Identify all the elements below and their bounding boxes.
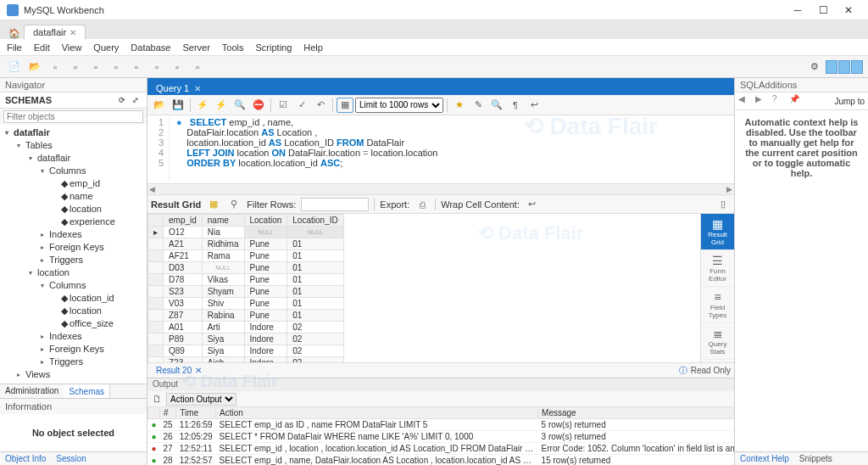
execute-current-icon[interactable]: ⚡ (213, 98, 230, 113)
toolbar-btn[interactable]: ▫ (86, 59, 105, 76)
nav-tab-administration[interactable]: Administration (0, 384, 64, 398)
side-query-stats[interactable]: ≣Query Stats (701, 323, 734, 360)
tree-columns[interactable]: Columns (41, 279, 147, 292)
output-row[interactable]: ●2612:05:29SELECT * FROM DataFlair WHERE… (148, 431, 735, 443)
back-icon[interactable]: ◀ (738, 94, 752, 108)
output-row[interactable]: ●2511:26:59SELECT emp_id as ID , name FR… (148, 419, 735, 431)
toolbar-btn[interactable]: ▫ (168, 59, 186, 76)
table-row[interactable]: ▸O12NiaNULLNULL (148, 227, 344, 238)
output-table[interactable]: #TimeActionMessageDuration / Fetch ●2511… (147, 406, 734, 465)
side-field-types[interactable]: ≡Field Types (701, 287, 734, 323)
wrap-cell-icon[interactable]: ↩ (525, 198, 540, 211)
tree-indexes[interactable]: Indexes (41, 228, 147, 241)
autocommit-icon[interactable]: ☑ (275, 98, 292, 113)
output-mode-select[interactable]: Action Output (166, 393, 236, 406)
tree-views[interactable]: Views (17, 368, 147, 381)
table-row[interactable]: V03ShivPune01 (148, 298, 344, 310)
tree-triggers[interactable]: Triggers (41, 254, 147, 266)
home-icon[interactable]: 🏠 (5, 28, 24, 39)
table-row[interactable]: A21RidhimaPune01 (148, 238, 344, 250)
limit-rows-select[interactable]: Limit to 1000 rows (355, 98, 443, 113)
tab-object-info[interactable]: Object Info (0, 452, 51, 465)
toolbar-btn[interactable]: ▫ (66, 59, 85, 76)
close-icon[interactable]: ✕ (70, 28, 76, 37)
toolbar-btn[interactable]: ▫ (147, 59, 166, 76)
grid-icon[interactable]: ▦ (206, 198, 221, 211)
schema-dataflair[interactable]: dataflair (5, 126, 147, 139)
col-emp-id[interactable]: ◆ emp_id (53, 177, 147, 190)
execute-icon[interactable]: ⚡ (194, 98, 211, 113)
result-grid[interactable]: emp_idnameLocationLocation_ID ▸O12NiaNUL… (147, 214, 700, 362)
settings-icon[interactable]: ⚙ (805, 59, 824, 76)
help-icon[interactable]: ? (772, 94, 786, 108)
save-icon[interactable]: 💾 (170, 98, 186, 113)
col-location[interactable]: ◆ location (53, 203, 147, 216)
sql-editor[interactable]: 12345 ● SELECT emp_id , name, DataFlair.… (147, 115, 734, 183)
filter-objects-input[interactable] (3, 110, 143, 123)
wrap-icon[interactable]: ↩ (526, 98, 542, 113)
expand-icon[interactable]: ⤢ (130, 94, 142, 106)
table-row[interactable]: P89SiyaIndore02 (148, 333, 344, 345)
output-row[interactable]: ●2812:52:57SELECT emp_id , name, DataFla… (148, 455, 735, 466)
export-icon[interactable]: ⎙ (415, 198, 430, 211)
col-experience[interactable]: ◆ experience (53, 216, 147, 228)
table-row[interactable]: A01ArtiIndore02 (148, 322, 344, 333)
side-result-grid[interactable]: ▦Result Grid (701, 214, 734, 250)
menu-database[interactable]: Database (131, 42, 170, 53)
col-office-size[interactable]: ◆ office_size (53, 317, 147, 330)
connection-tab[interactable]: dataflair ✕ (24, 25, 86, 39)
side-form-editor[interactable]: ☰Form Editor (701, 250, 734, 287)
filter-rows-input[interactable] (301, 198, 369, 211)
filter-icon[interactable]: ⚲ (226, 198, 242, 211)
search-icon[interactable]: 🔍 (488, 98, 505, 113)
explain-icon[interactable]: 🔍 (231, 98, 248, 113)
col-location[interactable]: ◆ location (53, 305, 147, 317)
maximize-button[interactable]: ☐ (810, 4, 836, 16)
col-location-id[interactable]: ◆ location_id (53, 292, 147, 305)
nav-tab-schemas[interactable]: Schemas (64, 384, 110, 398)
output-clear-icon[interactable]: 🗋 (153, 394, 163, 404)
tree-foreign-keys[interactable]: Foreign Keys (41, 241, 147, 254)
schema-tree[interactable]: dataflair Tables dataflair Columns ◆ emp… (0, 125, 147, 384)
tab-snippets[interactable]: Snippets (794, 452, 837, 465)
tree-foreign-keys[interactable]: Foreign Keys (41, 343, 147, 356)
menu-help[interactable]: Help (303, 42, 323, 53)
tree-tables[interactable]: Tables (17, 139, 147, 152)
menu-view[interactable]: View (62, 42, 82, 53)
tree-table-dataflair[interactable]: dataflair (29, 152, 147, 165)
menu-query[interactable]: Query (93, 42, 119, 53)
tab-session[interactable]: Session (51, 452, 92, 465)
stop-icon[interactable]: ⛔ (250, 98, 267, 113)
invisible-icon[interactable]: ¶ (507, 98, 524, 113)
menu-edit[interactable]: Edit (34, 42, 50, 53)
panel-icon[interactable]: ▯ (715, 198, 731, 211)
open-sql-icon[interactable]: 📂 (25, 59, 44, 76)
toggle-icon[interactable]: ▦ (337, 98, 353, 113)
table-row[interactable]: S23ShyamPune01 (148, 286, 344, 298)
new-sql-icon[interactable]: 📄 (5, 59, 24, 76)
refresh-icon[interactable]: ⟳ (116, 94, 128, 106)
table-row[interactable]: D03NULLPune01 (148, 262, 344, 274)
table-row[interactable]: AF21RamaPune01 (148, 250, 344, 262)
query-tab[interactable]: Query 1 ✕ (147, 81, 209, 95)
menu-tools[interactable]: Tools (222, 42, 244, 53)
table-row[interactable]: Z87RabinaPune01 (148, 310, 344, 322)
star-icon[interactable]: ★ (451, 98, 468, 113)
tree-columns[interactable]: Columns (41, 165, 147, 177)
beautify-icon[interactable]: ✎ (470, 98, 487, 113)
editor-scrollbar[interactable]: ◀▶ (147, 183, 734, 195)
close-icon[interactable]: ✕ (194, 84, 201, 93)
toolbar-btn[interactable]: ▫ (46, 59, 64, 76)
menu-scripting[interactable]: Scripting (256, 42, 292, 53)
close-icon[interactable]: ✕ (195, 366, 202, 375)
toolbar-btn[interactable]: ▫ (127, 59, 146, 76)
rollback-icon[interactable]: ↶ (312, 98, 329, 113)
menu-server[interactable]: Server (182, 42, 209, 53)
tab-context-help[interactable]: Context Help (735, 452, 794, 465)
commit-icon[interactable]: ✓ (293, 98, 310, 113)
table-row[interactable]: D78VikasPune01 (148, 274, 344, 286)
output-row[interactable]: ●2712:52:11SELECT emp_id , location , lo… (148, 443, 735, 455)
result-tab[interactable]: Result 20✕ (151, 365, 207, 376)
menu-file[interactable]: File (7, 42, 22, 53)
minimize-button[interactable]: ─ (785, 4, 810, 16)
